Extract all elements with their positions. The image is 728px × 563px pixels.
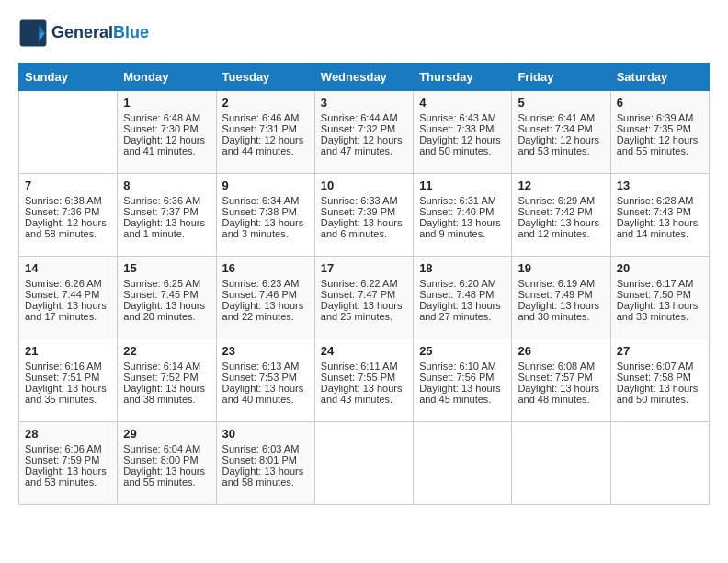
day-info-line: Daylight: 13 hours: [518, 383, 604, 394]
day-number: 22: [123, 344, 210, 358]
day-info-line: Sunset: 7:59 PM: [25, 454, 111, 465]
day-info-line: Sunset: 7:37 PM: [123, 206, 210, 217]
day-info-line: and 58 minutes.: [25, 228, 111, 239]
day-info-line: Sunset: 7:55 PM: [321, 372, 407, 383]
day-info-line: Daylight: 13 hours: [617, 217, 703, 228]
day-info-line: and 55 minutes.: [123, 477, 210, 488]
calendar-week-row: 1Sunrise: 6:48 AMSunset: 7:30 PMDaylight…: [19, 91, 710, 174]
day-info-line: Daylight: 13 hours: [321, 300, 407, 311]
calendar-cell: 28Sunrise: 6:06 AMSunset: 7:59 PMDayligh…: [19, 422, 118, 505]
day-info-line: and 35 minutes.: [25, 394, 111, 405]
calendar-cell: 10Sunrise: 6:33 AMSunset: 7:39 PMDayligh…: [314, 174, 413, 257]
day-info-line: Daylight: 12 hours: [123, 134, 210, 145]
day-info-line: Sunrise: 6:29 AM: [518, 195, 604, 206]
day-number: 12: [518, 178, 604, 192]
day-info-line: Daylight: 13 hours: [123, 465, 210, 477]
day-info-line: Sunrise: 6:22 AM: [321, 278, 407, 289]
day-number: 16: [222, 261, 309, 275]
calendar-cell: 9Sunrise: 6:34 AMSunset: 7:38 PMDaylight…: [216, 174, 314, 257]
calendar-cell: 8Sunrise: 6:36 AMSunset: 7:37 PMDaylight…: [118, 174, 216, 257]
day-info-line: Daylight: 13 hours: [617, 383, 703, 394]
day-info-line: Sunset: 7:47 PM: [321, 289, 407, 300]
calendar-week-row: 14Sunrise: 6:26 AMSunset: 7:44 PMDayligh…: [19, 257, 710, 339]
day-info-line: and 14 minutes.: [617, 228, 703, 239]
day-info-line: Sunset: 7:40 PM: [419, 206, 506, 217]
calendar-table: SundayMondayTuesdayWednesdayThursdayFrid…: [18, 63, 710, 505]
day-number: 21: [25, 344, 111, 358]
day-info-line: Sunrise: 6:08 AM: [518, 361, 604, 372]
day-info-line: Sunrise: 6:46 AM: [222, 112, 309, 123]
day-number: 5: [518, 96, 604, 109]
day-number: 1: [123, 96, 210, 109]
calendar-cell: 25Sunrise: 6:10 AMSunset: 7:56 PMDayligh…: [414, 339, 512, 422]
day-number: 15: [123, 261, 210, 275]
day-info-line: and 44 minutes.: [222, 145, 309, 156]
day-info-line: and 22 minutes.: [222, 311, 309, 322]
day-info-line: Daylight: 13 hours: [222, 300, 309, 311]
day-info-line: Sunrise: 6:23 AM: [222, 278, 309, 289]
day-info-line: Sunset: 7:43 PM: [617, 206, 703, 217]
calendar-cell: 18Sunrise: 6:20 AMSunset: 7:48 PMDayligh…: [414, 257, 512, 339]
day-number: 8: [123, 178, 210, 192]
day-number: 29: [123, 427, 210, 441]
logo-line2: Blue: [113, 23, 149, 41]
day-number: 11: [419, 178, 506, 192]
calendar-cell: 22Sunrise: 6:14 AMSunset: 7:52 PMDayligh…: [118, 339, 216, 422]
day-info-line: Daylight: 13 hours: [419, 300, 506, 311]
day-number: 19: [518, 261, 604, 275]
day-info-line: Daylight: 13 hours: [222, 465, 309, 477]
calendar-cell: [414, 422, 512, 505]
day-info-line: Sunrise: 6:17 AM: [617, 278, 703, 289]
calendar-cell: 21Sunrise: 6:16 AMSunset: 7:51 PMDayligh…: [19, 339, 118, 422]
day-info-line: Daylight: 13 hours: [25, 465, 111, 477]
day-info-line: Daylight: 13 hours: [419, 217, 506, 228]
day-info-line: Daylight: 13 hours: [518, 217, 604, 228]
calendar-cell: 23Sunrise: 6:13 AMSunset: 7:53 PMDayligh…: [216, 339, 314, 422]
day-info-line: Sunset: 7:38 PM: [222, 206, 309, 217]
day-info-line: and 40 minutes.: [222, 394, 309, 405]
day-info-line: and 27 minutes.: [419, 311, 506, 322]
day-number: 17: [321, 261, 407, 275]
calendar-week-row: 28Sunrise: 6:06 AMSunset: 7:59 PMDayligh…: [19, 422, 710, 505]
day-info-line: Daylight: 12 hours: [222, 134, 309, 145]
day-info-line: Daylight: 13 hours: [123, 217, 210, 228]
calendar-cell: 12Sunrise: 6:29 AMSunset: 7:42 PMDayligh…: [512, 174, 610, 257]
day-number: 30: [222, 427, 309, 441]
day-info-line: Daylight: 13 hours: [518, 300, 604, 311]
calendar-cell: 17Sunrise: 6:22 AMSunset: 7:47 PMDayligh…: [314, 257, 413, 339]
calendar-cell: 16Sunrise: 6:23 AMSunset: 7:46 PMDayligh…: [216, 257, 314, 339]
day-info-line: Sunset: 7:31 PM: [222, 123, 309, 134]
day-info-line: and 3 minutes.: [222, 228, 309, 239]
day-info-line: Sunset: 7:32 PM: [321, 123, 407, 134]
day-info-line: Sunrise: 6:34 AM: [222, 195, 309, 206]
day-info-line: Sunset: 7:58 PM: [617, 372, 703, 383]
day-info-line: Sunrise: 6:07 AM: [617, 361, 703, 372]
day-info-line: and 47 minutes.: [321, 145, 407, 156]
calendar-cell: 2Sunrise: 6:46 AMSunset: 7:31 PMDaylight…: [216, 91, 314, 174]
day-info-line: Daylight: 12 hours: [321, 134, 407, 145]
day-info-line: Sunset: 7:45 PM: [123, 289, 210, 300]
day-info-line: Sunset: 7:51 PM: [25, 372, 111, 383]
calendar-cell: 4Sunrise: 6:43 AMSunset: 7:33 PMDaylight…: [414, 91, 512, 174]
day-info-line: Sunrise: 6:38 AM: [25, 195, 111, 206]
day-info-line: Sunrise: 6:25 AM: [123, 278, 210, 289]
day-info-line: Sunset: 7:57 PM: [518, 372, 604, 383]
day-info-line: and 1 minute.: [123, 228, 210, 239]
day-info-line: Sunrise: 6:03 AM: [222, 443, 309, 454]
day-info-line: Daylight: 13 hours: [123, 383, 210, 394]
day-info-line: Daylight: 13 hours: [419, 383, 506, 394]
day-info-line: Sunrise: 6:11 AM: [321, 361, 407, 372]
calendar-cell: 7Sunrise: 6:38 AMSunset: 7:36 PMDaylight…: [19, 174, 118, 257]
day-info-line: and 50 minutes.: [617, 394, 703, 405]
day-info-line: Sunrise: 6:04 AM: [123, 443, 210, 454]
calendar-cell: 26Sunrise: 6:08 AMSunset: 7:57 PMDayligh…: [512, 339, 610, 422]
day-info-line: Sunset: 7:30 PM: [123, 123, 210, 134]
day-info-line: and 55 minutes.: [617, 145, 703, 156]
day-info-line: Sunrise: 6:20 AM: [419, 278, 506, 289]
calendar-cell: 11Sunrise: 6:31 AMSunset: 7:40 PMDayligh…: [414, 174, 512, 257]
day-info-line: and 41 minutes.: [123, 145, 210, 156]
day-info-line: Sunrise: 6:19 AM: [518, 278, 604, 289]
day-info-line: and 53 minutes.: [518, 145, 604, 156]
day-info-line: Sunrise: 6:14 AM: [123, 361, 210, 372]
day-info-line: and 48 minutes.: [518, 394, 604, 405]
